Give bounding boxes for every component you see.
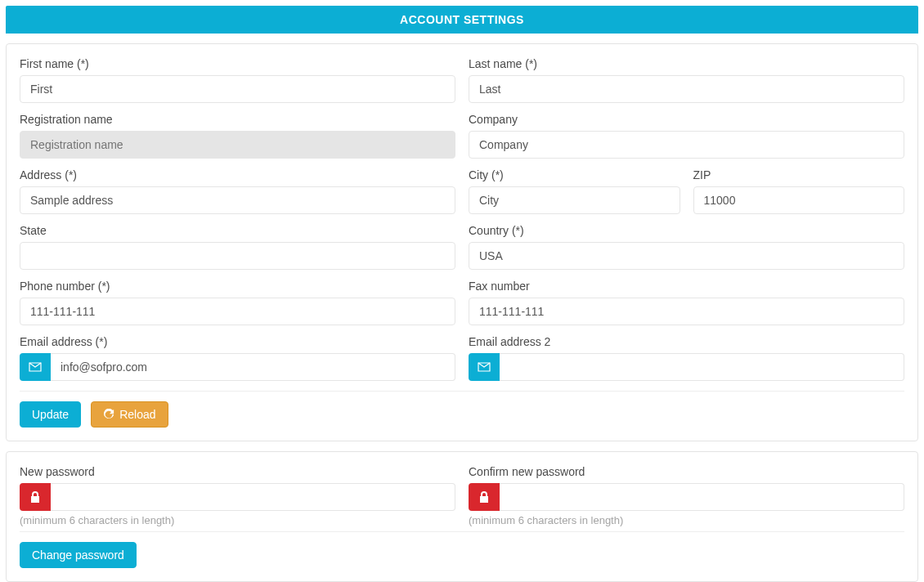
- company-label: Company: [469, 113, 904, 126]
- divider: [20, 531, 904, 532]
- first-name-input[interactable]: [20, 75, 455, 103]
- password-panel: New password (minimum 6 characters in le…: [6, 451, 918, 582]
- email-icon: [469, 353, 500, 381]
- lock-icon: [469, 483, 500, 511]
- change-password-button-label: Change password: [32, 548, 124, 562]
- registration-name-label: Registration name: [20, 113, 455, 126]
- reload-button[interactable]: Reload: [91, 401, 168, 428]
- state-input[interactable]: [20, 242, 455, 270]
- address-label: Address (*): [20, 168, 455, 181]
- phone-input[interactable]: [20, 298, 455, 325]
- zip-label: ZIP: [693, 168, 905, 181]
- password-hint: (minimum 6 characters in length): [469, 514, 904, 526]
- email-label: Email address (*): [20, 335, 455, 348]
- email2-input[interactable]: [500, 353, 904, 381]
- last-name-input[interactable]: [469, 75, 904, 103]
- confirm-password-label: Confirm new password: [469, 465, 904, 478]
- company-input[interactable]: [469, 131, 904, 159]
- update-button[interactable]: Update: [20, 401, 81, 428]
- fax-label: Fax number: [469, 280, 904, 293]
- city-label: City (*): [469, 168, 680, 181]
- new-password-label: New password: [20, 465, 455, 478]
- state-label: State: [20, 224, 455, 237]
- password-hint: (minimum 6 characters in length): [20, 514, 455, 526]
- update-button-label: Update: [32, 408, 69, 421]
- new-password-input[interactable]: [51, 483, 455, 511]
- address-input[interactable]: [20, 186, 455, 214]
- email-icon: [20, 353, 51, 381]
- page-title: ACCOUNT SETTINGS: [6, 6, 918, 34]
- fax-input[interactable]: [469, 298, 904, 325]
- divider: [20, 391, 904, 392]
- country-label: Country (*): [469, 224, 904, 237]
- email2-label: Email address 2: [469, 335, 904, 348]
- change-password-button[interactable]: Change password: [20, 542, 137, 568]
- account-panel: First name (*) Last name (*) Registratio…: [6, 43, 918, 441]
- last-name-label: Last name (*): [469, 57, 904, 70]
- confirm-password-input[interactable]: [500, 483, 904, 511]
- country-input[interactable]: [469, 242, 904, 270]
- first-name-label: First name (*): [20, 57, 455, 70]
- lock-icon: [20, 483, 51, 511]
- registration-name-input: [20, 131, 455, 159]
- city-input[interactable]: [469, 186, 680, 214]
- email-input[interactable]: [51, 353, 455, 381]
- reload-button-label: Reload: [119, 408, 155, 421]
- zip-input[interactable]: [693, 186, 905, 214]
- phone-label: Phone number (*): [20, 280, 455, 293]
- refresh-icon: [103, 409, 114, 420]
